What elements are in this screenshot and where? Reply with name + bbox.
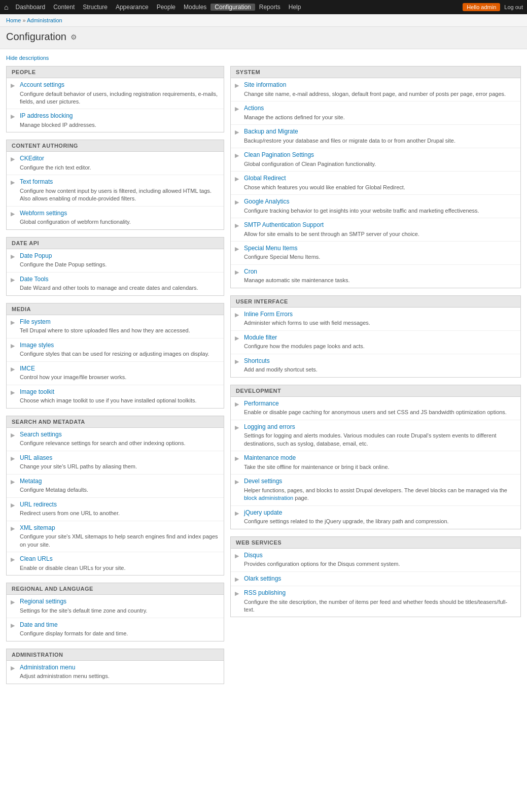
- item-link[interactable]: Actions: [244, 105, 515, 113]
- item-link[interactable]: CKEditor: [20, 155, 219, 163]
- item-link[interactable]: IMCE: [20, 365, 219, 373]
- list-item: ▶Backup and MigrateBackup/restore your d…: [231, 125, 520, 148]
- item-description: Administer which forms to use with field…: [244, 319, 515, 327]
- item-link[interactable]: Image styles: [20, 342, 219, 350]
- item-content: jQuery updateConfigure settings related …: [244, 509, 515, 526]
- item-link[interactable]: Logging and errors: [244, 423, 515, 431]
- item-description: Tell Drupal where to store uploaded file…: [20, 327, 219, 334]
- item-link[interactable]: Webform settings: [20, 210, 219, 218]
- list-item: ▶Account settingsConfigure default behav…: [7, 78, 224, 109]
- item-description: Adjust administration menu settings.: [20, 672, 219, 680]
- item-link[interactable]: File system: [20, 318, 219, 326]
- item-link[interactable]: Disqus: [244, 552, 515, 560]
- item-link[interactable]: Performance: [244, 400, 515, 408]
- list-item: ▶URL redirectsRedirect users from one UR…: [7, 498, 224, 521]
- item-link[interactable]: XML sitemap: [20, 524, 219, 532]
- item-content: Search settingsConfigure relevance setti…: [20, 431, 219, 448]
- item-link[interactable]: SMTP Authentication Support: [244, 221, 515, 229]
- chevron-right-icon: ▶: [235, 358, 241, 365]
- item-link[interactable]: Account settings: [20, 81, 219, 89]
- item-link[interactable]: Special Menu Items: [244, 245, 515, 253]
- item-link[interactable]: RSS publishing: [244, 589, 515, 597]
- item-link[interactable]: Cron: [244, 268, 515, 276]
- nav-item-structure[interactable]: Structure: [79, 4, 112, 11]
- list-item: ▶Image stylesConfigure styles that can b…: [7, 339, 224, 362]
- chevron-right-icon: ▶: [235, 479, 241, 485]
- nav-item-help[interactable]: Help: [285, 4, 305, 11]
- nav-item-modules[interactable]: Modules: [180, 4, 210, 11]
- breadcrumb-admin[interactable]: Administration: [27, 17, 62, 23]
- list-item: ▶Module filterConfigure how the modules …: [231, 331, 520, 354]
- item-description: Configure default behavior of users, inc…: [20, 90, 219, 106]
- item-link[interactable]: URL aliases: [20, 454, 219, 462]
- breadcrumb-home[interactable]: Home: [6, 17, 21, 23]
- item-link[interactable]: Search settings: [20, 431, 219, 439]
- section-title: SYSTEM: [231, 66, 520, 78]
- item-link[interactable]: Administration menu: [20, 664, 219, 672]
- nav-item-dashboard[interactable]: Dashboard: [11, 4, 49, 11]
- item-content: Backup and MigrateBackup/restore your da…: [244, 128, 515, 145]
- item-description: Enable or disable page caching for anony…: [244, 409, 515, 416]
- item-link[interactable]: Date Tools: [20, 276, 219, 284]
- item-content: MetatagConfigure Metatag defaults.: [20, 478, 219, 494]
- logout-link[interactable]: Log out: [504, 4, 523, 10]
- gear-icon: ⚙: [71, 33, 77, 41]
- list-item: ▶Image toolkitChoose which image toolkit…: [7, 385, 224, 408]
- item-content: Maintenance modeTake the site offline fo…: [244, 454, 515, 471]
- item-description: Change site name, e-mail address, slogan…: [244, 90, 515, 98]
- item-link[interactable]: Clean URLs: [20, 555, 219, 563]
- item-description: Allow for site emails to be sent through…: [244, 230, 515, 238]
- chevron-right-icon: ▶: [235, 590, 241, 597]
- chevron-right-icon: ▶: [235, 510, 241, 517]
- item-link[interactable]: Backup and Migrate: [244, 128, 515, 136]
- item-link[interactable]: Site information: [244, 81, 515, 89]
- nav-item-reports[interactable]: Reports: [255, 4, 285, 11]
- item-link[interactable]: Olark settings: [244, 575, 515, 583]
- item-content: PerformanceEnable or disable page cachin…: [244, 400, 515, 417]
- section-title: WEB SERVICES: [231, 537, 520, 549]
- item-content: Date ToolsDate Wizard and other tools to…: [20, 276, 219, 292]
- nav-item-content[interactable]: Content: [49, 4, 79, 11]
- item-link[interactable]: Global Redirect: [244, 175, 515, 183]
- item-link[interactable]: Google Analytics: [244, 198, 515, 206]
- list-item: ▶Date and timeConfigure display formats …: [7, 618, 224, 641]
- content-area: Hide descriptions PEOPLE▶Account setting…: [0, 49, 527, 696]
- section-box: DATE API▶Date PopupConfigure the Date Po…: [6, 237, 224, 296]
- home-icon[interactable]: ⌂: [4, 3, 8, 11]
- item-link[interactable]: IP address blocking: [20, 112, 219, 120]
- item-link[interactable]: Date and time: [20, 621, 219, 629]
- item-link[interactable]: Maintenance mode: [244, 454, 515, 462]
- item-link[interactable]: Date Popup: [20, 252, 219, 260]
- chevron-right-icon: ▶: [235, 335, 241, 342]
- item-link[interactable]: Image toolkit: [20, 388, 219, 396]
- right-column: SYSTEM▶Site informationChange site name,…: [230, 66, 521, 624]
- item-content: Google AnalyticsConfigure tracking behav…: [244, 198, 515, 215]
- top-navigation: ⌂ DashboardContentStructureAppearancePeo…: [0, 0, 527, 14]
- chevron-right-icon: ▶: [235, 176, 241, 182]
- item-link[interactable]: Text formats: [20, 178, 219, 186]
- list-item: ▶XML sitemapConfigure your site's XML si…: [7, 521, 224, 552]
- item-link[interactable]: Module filter: [244, 334, 515, 342]
- nav-item-configuration[interactable]: Configuration: [210, 4, 255, 11]
- item-link[interactable]: Clean Pagination Settings: [244, 151, 515, 159]
- item-link[interactable]: Regional settings: [20, 598, 219, 606]
- block-administration-link[interactable]: block administration: [244, 495, 293, 501]
- item-link[interactable]: URL redirects: [20, 501, 219, 509]
- item-link[interactable]: Devel settings: [244, 478, 515, 486]
- chevron-right-icon: ▶: [235, 269, 241, 276]
- item-content: CronManage automatic site maintenance ta…: [244, 268, 515, 285]
- item-description: Configure the site description, the numb…: [244, 598, 515, 614]
- item-link[interactable]: Shortcuts: [244, 357, 515, 365]
- hide-descriptions-link[interactable]: Hide descriptions: [6, 55, 49, 61]
- section-title: CONTENT AUTHORING: [7, 140, 224, 152]
- item-link[interactable]: Inline Form Errors: [244, 311, 515, 319]
- item-link[interactable]: Metatag: [20, 478, 219, 486]
- page-title: Configuration: [6, 31, 66, 43]
- list-item: ▶MetatagConfigure Metatag defaults.: [7, 475, 224, 498]
- item-link[interactable]: jQuery update: [244, 509, 515, 517]
- nav-item-appearance[interactable]: Appearance: [112, 4, 153, 11]
- nav-item-people[interactable]: People: [153, 4, 180, 11]
- chevron-right-icon: ▶: [11, 211, 17, 217]
- item-content: Special Menu ItemsConfigure Special Menu…: [244, 245, 515, 261]
- section-title: REGIONAL AND LANGUAGE: [7, 583, 224, 595]
